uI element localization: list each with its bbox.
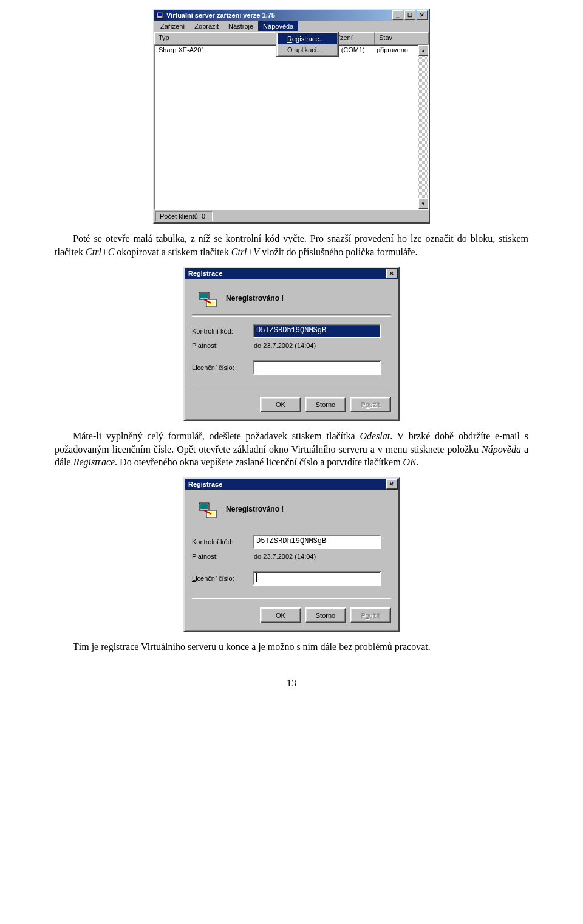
menubar: Zařízení Zobrazit Nástroje Nápověda Regi… [154,21,429,32]
page-number: 13 [55,678,528,689]
storno-button[interactable]: Storno [305,397,346,412]
divider [192,525,391,527]
pouzit-button: Použít [350,397,391,412]
paragraph-3: Tím je registrace Virtuálního serveru u … [55,640,528,654]
registration-status-icon [198,499,217,519]
ok-button[interactable]: OK [260,607,301,623]
registration-status-text: Neregistrováno ! [226,294,284,303]
text-cursor-icon [256,573,257,582]
label-licencni-cislo: Licenční číslo: [192,575,253,582]
minimize-button[interactable]: _ [392,10,403,20]
label-platnost: Platnost: [192,553,253,560]
input-kontrolni-kod[interactable]: D5TZSRDh19QNMSgB [253,535,381,549]
storno-button[interactable]: Storno [305,607,346,623]
label-kontrolni-kod: Kontrolní kód: [192,327,253,335]
menu-napoveda[interactable]: Nápověda [258,21,298,31]
dialog-close-button[interactable]: ✕ [386,269,397,278]
scroll-down-icon[interactable]: ▼ [418,198,428,209]
menu-napoveda-dropdown: Registrace... O aplikaci... [276,32,339,57]
dialog-close-button[interactable]: ✕ [386,479,397,489]
divider [192,386,391,388]
divider [192,597,391,599]
dialog-titlebar: Registrace ✕ [185,479,398,490]
svg-rect-8 [200,504,208,509]
svg-rect-3 [200,293,208,298]
registration-dialog-1: Registrace ✕ [183,267,400,421]
maximize-button[interactable]: ☐ [404,10,415,20]
input-licencni-cislo[interactable] [253,571,381,586]
menu-item-o-aplikaci[interactable]: O aplikaci... [278,44,337,55]
ok-button[interactable]: OK [260,397,301,412]
dialog-title: Registrace [186,270,386,277]
label-kontrolni-kod: Kontrolní kód: [192,538,253,546]
label-licencni-cislo: Licenční číslo: [192,364,253,371]
list-area: Sharp XE-A201 Komunikační port (COM1) př… [154,44,429,210]
scroll-up-icon[interactable]: ▲ [418,45,428,56]
status-client-count: Počet klientů: 0 [155,211,213,221]
vertical-scrollbar[interactable]: ▲ ▼ [418,45,428,209]
registration-dialog-2: Registrace ✕ [183,477,400,632]
dialog-titlebar: Registrace ✕ [185,268,398,279]
statusbar: Počet klientů: 0 [154,210,429,222]
svg-rect-1 [158,13,162,16]
main-window: Virtuální server zařízení verze 1.75 _ ☐… [153,9,430,224]
menu-zarizeni[interactable]: Zařízení [155,21,189,31]
menu-item-registrace[interactable]: Registrace... [278,33,337,44]
value-platnost: do 23.7.2002 (14:04) [253,342,316,349]
paragraph-1: Poté se otevře malá tabulka, z níž se ko… [55,232,528,258]
value-platnost: do 23.7.2002 (14:04) [253,553,316,560]
menu-nastroje[interactable]: Nástroje [223,21,258,31]
registration-status-icon [198,289,217,308]
input-kontrolni-kod[interactable]: D5TZSRDh19QNMSgB [253,324,381,338]
titlebar: Virtuální server zařízení verze 1.75 _ ☐… [154,10,429,21]
pouzit-button: Použít [350,607,391,623]
input-licencni-cislo[interactable] [253,360,381,375]
window-title: Virtuální server zařízení verze 1.75 [166,12,392,19]
app-icon [155,11,164,19]
close-button[interactable]: ✕ [417,10,428,20]
col-typ[interactable]: Typ [154,32,284,44]
registration-status-text: Neregistrováno ! [226,505,284,513]
col-stav[interactable]: Stav [375,32,429,44]
paragraph-2: Máte-li vyplněný celý formulář, odešlete… [55,429,528,469]
dialog-title: Registrace [186,481,386,488]
divider [192,314,391,317]
menu-zobrazit[interactable]: Zobrazit [189,21,223,31]
label-platnost: Platnost: [192,342,253,349]
